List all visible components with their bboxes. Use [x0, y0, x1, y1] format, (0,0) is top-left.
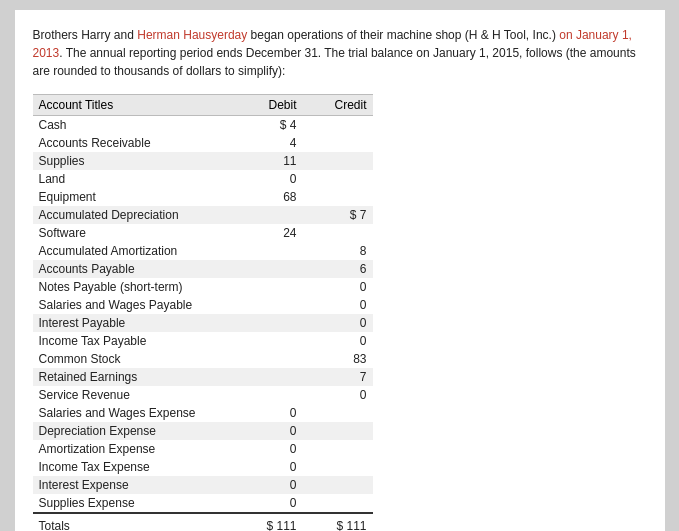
account-title: Supplies Expense — [33, 494, 233, 512]
account-title: Salaries and Wages Expense — [33, 404, 233, 422]
debit-value — [233, 386, 303, 404]
totals-label: Totals — [33, 513, 233, 531]
totals-credit: $ 111 — [303, 513, 373, 531]
table-row: Notes Payable (short-term)0 — [33, 278, 373, 296]
account-title: Cash — [33, 116, 233, 135]
account-title: Accounts Payable — [33, 260, 233, 278]
debit-value — [233, 206, 303, 224]
intro-text-part1: Brothers Harry and — [33, 28, 138, 42]
table-row: Accounts Receivable4 — [33, 134, 373, 152]
credit-value — [303, 494, 373, 512]
credit-value: 7 — [303, 368, 373, 386]
header-debit: Debit — [233, 95, 303, 116]
debit-value — [233, 350, 303, 368]
account-title: Land — [33, 170, 233, 188]
table-row: Salaries and Wages Payable0 — [33, 296, 373, 314]
credit-value: 0 — [303, 296, 373, 314]
credit-value: 0 — [303, 386, 373, 404]
debit-value — [233, 260, 303, 278]
debit-value: 0 — [233, 404, 303, 422]
credit-value — [303, 404, 373, 422]
debit-value: 0 — [233, 494, 303, 512]
debit-value — [233, 242, 303, 260]
table-row: Common Stock83 — [33, 350, 373, 368]
debit-value: 24 — [233, 224, 303, 242]
table-row: Interest Expense0 — [33, 476, 373, 494]
totals-row: Totals $ 111 $ 111 — [33, 513, 373, 531]
debit-value — [233, 332, 303, 350]
credit-value: 8 — [303, 242, 373, 260]
totals-section: Totals $ 111 $ 111 — [33, 512, 373, 531]
table-row: Supplies Expense0 — [33, 494, 373, 512]
table-row: Income Tax Payable0 — [33, 332, 373, 350]
account-title: Income Tax Expense — [33, 458, 233, 476]
credit-value — [303, 458, 373, 476]
account-title: Notes Payable (short-term) — [33, 278, 233, 296]
debit-value: 0 — [233, 422, 303, 440]
page: Brothers Harry and Herman Hausyerday beg… — [15, 10, 665, 531]
table-header-row: Account Titles Debit Credit — [33, 95, 373, 116]
account-title: Accounts Receivable — [33, 134, 233, 152]
account-title: Retained Earnings — [33, 368, 233, 386]
credit-value — [303, 116, 373, 135]
credit-value — [303, 152, 373, 170]
table-row: Salaries and Wages Expense0 — [33, 404, 373, 422]
debit-value: 0 — [233, 476, 303, 494]
table-row: Supplies11 — [33, 152, 373, 170]
credit-value: 0 — [303, 314, 373, 332]
debit-value: 0 — [233, 170, 303, 188]
credit-value — [303, 224, 373, 242]
table-row: Amortization Expense0 — [33, 440, 373, 458]
credit-value — [303, 134, 373, 152]
account-title: Interest Payable — [33, 314, 233, 332]
table-row: Accumulated Amortization8 — [33, 242, 373, 260]
debit-value — [233, 296, 303, 314]
credit-value: 0 — [303, 278, 373, 296]
account-title: Equipment — [33, 188, 233, 206]
table-row: Accounts Payable6 — [33, 260, 373, 278]
account-title: Accumulated Depreciation — [33, 206, 233, 224]
account-title: Supplies — [33, 152, 233, 170]
debit-value: 68 — [233, 188, 303, 206]
table-row: Equipment68 — [33, 188, 373, 206]
header-account: Account Titles — [33, 95, 233, 116]
table-row: Service Revenue0 — [33, 386, 373, 404]
totals-debit: $ 111 — [233, 513, 303, 531]
trial-balance-table: Account Titles Debit Credit Cash$ 4Accou… — [33, 94, 373, 512]
credit-value — [303, 476, 373, 494]
debit-value — [233, 368, 303, 386]
credit-value — [303, 188, 373, 206]
debit-value — [233, 314, 303, 332]
account-title: Accumulated Amortization — [33, 242, 233, 260]
table-row: Software24 — [33, 224, 373, 242]
debit-value: $ 4 — [233, 116, 303, 135]
table-row: Depreciation Expense0 — [33, 422, 373, 440]
credit-value: $ 7 — [303, 206, 373, 224]
table-row: Cash$ 4 — [33, 116, 373, 135]
credit-value — [303, 170, 373, 188]
account-title: Common Stock — [33, 350, 233, 368]
credit-value: 83 — [303, 350, 373, 368]
account-title: Amortization Expense — [33, 440, 233, 458]
header-credit: Credit — [303, 95, 373, 116]
account-title: Service Revenue — [33, 386, 233, 404]
account-title: Salaries and Wages Payable — [33, 296, 233, 314]
credit-value: 0 — [303, 332, 373, 350]
intro-paragraph: Brothers Harry and Herman Hausyerday beg… — [33, 26, 647, 80]
account-title: Software — [33, 224, 233, 242]
table-row: Income Tax Expense0 — [33, 458, 373, 476]
account-title: Depreciation Expense — [33, 422, 233, 440]
account-title: Interest Expense — [33, 476, 233, 494]
table-row: Interest Payable0 — [33, 314, 373, 332]
table-row: Land0 — [33, 170, 373, 188]
debit-value: 4 — [233, 134, 303, 152]
debit-value: 0 — [233, 458, 303, 476]
intro-text-part3: . The annual reporting period ends Decem… — [33, 46, 636, 78]
intro-highlight1: Herman Hausyerday — [137, 28, 247, 42]
credit-value — [303, 422, 373, 440]
debit-value: 11 — [233, 152, 303, 170]
account-title: Income Tax Payable — [33, 332, 233, 350]
table-row: Accumulated Depreciation$ 7 — [33, 206, 373, 224]
debit-value — [233, 278, 303, 296]
debit-value: 0 — [233, 440, 303, 458]
